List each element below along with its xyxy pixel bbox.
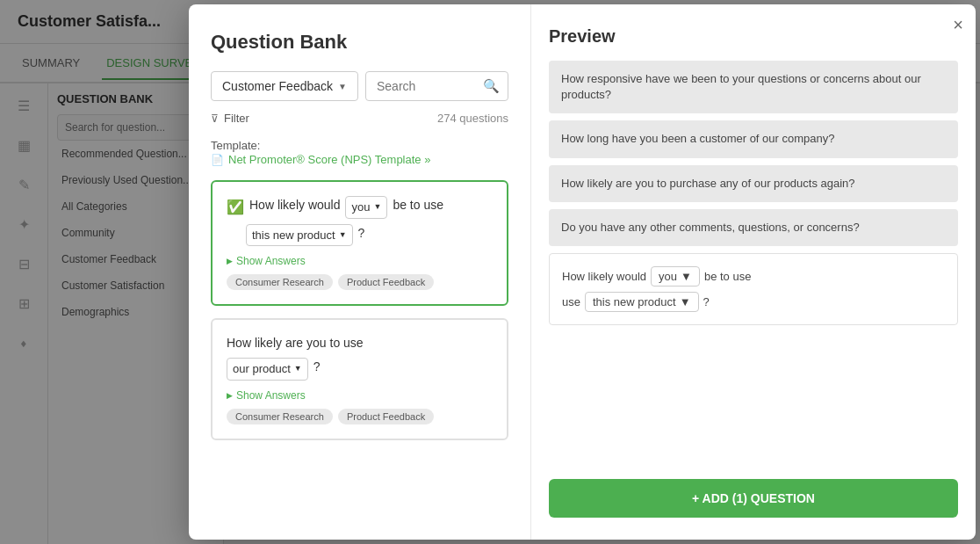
preview-you-label: you [659, 270, 677, 283]
question-1-text: ✅ How likely would you ▼ be to use [227, 196, 493, 219]
question-1-tags: Consumer Research Product Feedback [227, 274, 493, 290]
question-2-tags: Consumer Research Product Feedback [227, 409, 493, 424]
preview-inline-row: How likely would you ▼ be to use [562, 266, 945, 287]
q1-product-label: this new product [252, 227, 335, 244]
preview-you-select[interactable]: you ▼ [651, 266, 700, 287]
show-answers-1[interactable]: ▶ Show Answers [227, 255, 493, 267]
preview-q-3-text: How likely are you to purchase any of ou… [561, 177, 855, 190]
preview-use-label: use [562, 295, 580, 308]
arrow-right-icon: ▶ [227, 257, 233, 265]
q1-product-select[interactable]: this new product ▼ [246, 224, 353, 247]
filter-left: ⊽ Filter [211, 112, 249, 125]
preview-q-1: How responsive have we been to your ques… [549, 61, 958, 113]
show-answers-2[interactable]: ▶ Show Answers [227, 389, 493, 402]
tag-consumer-research-2[interactable]: Consumer Research [227, 409, 333, 424]
arrow-right-icon: ▶ [227, 391, 233, 400]
chevron-down-icon: ▼ [373, 201, 381, 214]
preview-questions-list: How responsive have we been to your ques… [549, 61, 958, 465]
preview-q-3: How likely are you to purchase any of ou… [549, 165, 958, 202]
chevron-down-icon: ▼ [338, 82, 347, 91]
question-2-text: How likely are you to use [227, 334, 493, 352]
category-dropdown[interactable]: Customer Feedback ▼ [211, 71, 358, 101]
tag-product-feedback-1[interactable]: Product Feedback [338, 274, 434, 290]
q2-suffix: ? [313, 358, 321, 376]
template-label: Template: [211, 139, 260, 152]
tag-consumer-research-1[interactable]: Consumer Research [227, 274, 333, 290]
preview-q-2-text: How long have you been a customer of our… [561, 132, 834, 145]
filter-label[interactable]: Filter [224, 112, 249, 125]
modal-right-panel: Preview How responsive have we been to y… [531, 4, 976, 540]
close-button[interactable]: × [953, 15, 963, 35]
preview-active-question: How likely would you ▼ be to use use thi… [549, 253, 958, 325]
preview-product-select[interactable]: this new product ▼ [585, 292, 699, 312]
q1-suffix: ? [358, 224, 365, 243]
category-label: Customer Feedback [222, 79, 333, 93]
question-card-1[interactable]: ✅ How likely would you ▼ be to use this … [211, 180, 508, 306]
question-bank-modal: × Question Bank Customer Feedback ▼ 🔍 ⊽ … [189, 4, 976, 540]
chevron-down-icon: ▼ [680, 295, 691, 308]
tag-product-feedback-2[interactable]: Product Feedback [338, 409, 434, 424]
filter-icon: ⊽ [211, 112, 219, 125]
q1-part1: How likely would [249, 196, 340, 214]
q2-text: How likely are you to use [227, 334, 364, 352]
show-answers-2-label: Show Answers [236, 389, 306, 402]
filter-row: ⊽ Filter 274 questions [211, 112, 508, 125]
modal-left-panel: Question Bank Customer Feedback ▼ 🔍 ⊽ Fi… [189, 4, 531, 540]
preview-title: Preview [549, 26, 958, 47]
question-count: 274 questions [437, 112, 508, 125]
check-icon: ✅ [227, 197, 244, 218]
preview-q-4-text: Do you have any other comments, question… [561, 221, 860, 234]
search-row: Customer Feedback ▼ 🔍 [211, 71, 508, 101]
add-question-button[interactable]: + ADD (1) QUESTION [549, 479, 958, 518]
q1-you-select[interactable]: you ▼ [345, 196, 387, 219]
q1-you-label: you [351, 199, 370, 216]
template-link[interactable]: 📄 Net Promoter® Score (NPS) Template » [211, 153, 508, 166]
chevron-down-icon: ▼ [681, 270, 692, 283]
template-row: Template: 📄 Net Promoter® Score (NPS) Te… [211, 137, 508, 166]
q2-product-label: our product [233, 360, 291, 378]
question-card-2-body: How likely are you to use our product ▼ … [227, 334, 493, 381]
show-answers-1-label: Show Answers [236, 255, 306, 267]
chevron-down-icon: ▼ [339, 229, 347, 242]
q1-part2: be to use [393, 196, 443, 214]
question-1-text-row2: this new product ▼ ? [227, 224, 493, 247]
preview-prefix: How likely would [562, 270, 646, 283]
preview-mid: be to use [704, 270, 752, 283]
chevron-down-icon: ▼ [294, 363, 302, 375]
preview-product-label: this new product [593, 295, 676, 308]
preview-q-2: How long have you been a customer of our… [549, 120, 958, 157]
question-card-2[interactable]: How likely are you to use our product ▼ … [211, 318, 508, 440]
search-icon: 🔍 [483, 78, 500, 94]
search-input-wrap: 🔍 [365, 71, 508, 101]
template-link-text: Net Promoter® Score (NPS) Template » [228, 153, 430, 166]
question-2-text-row2: our product ▼ ? [227, 358, 493, 381]
modal-title: Question Bank [211, 31, 508, 54]
preview-q-4: Do you have any other comments, question… [549, 209, 958, 246]
preview-inline-row2: use this new product ▼ ? [562, 292, 945, 312]
preview-q-1-text: How responsive have we been to your ques… [561, 72, 921, 101]
question-card-1-body: ✅ How likely would you ▼ be to use this … [227, 196, 493, 246]
document-icon: 📄 [211, 154, 224, 166]
preview-suffix: ? [703, 295, 710, 308]
q2-product-select[interactable]: our product ▼ [227, 358, 308, 381]
